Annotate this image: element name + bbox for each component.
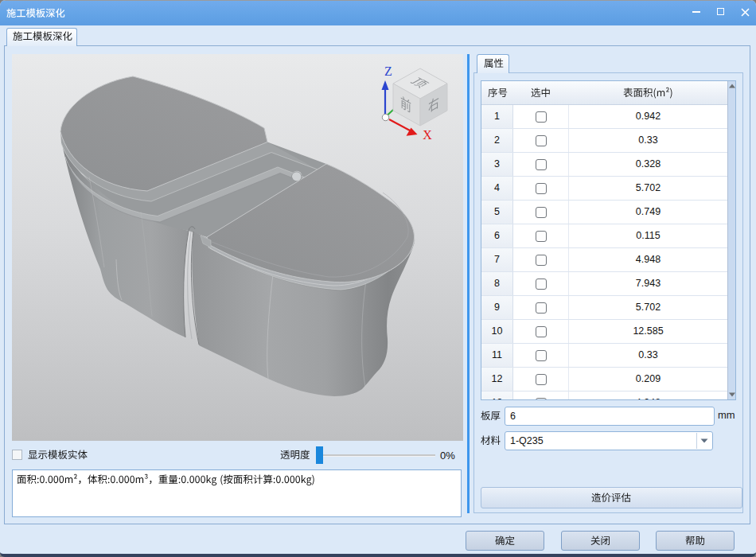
svg-text:Z: Z bbox=[384, 64, 392, 78]
svg-text:X: X bbox=[423, 128, 432, 142]
